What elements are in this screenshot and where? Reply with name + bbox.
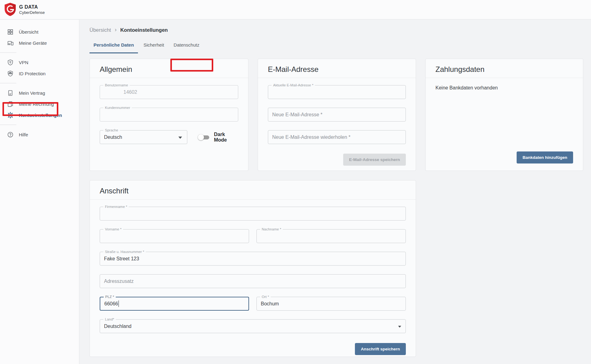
chevron-down-icon: [398, 326, 401, 328]
plz-field[interactable]: PLZ * 66066: [100, 297, 249, 311]
sidebar-item-label: Mein Vertrag: [19, 90, 45, 96]
sidebar-item-uebersicht[interactable]: Übersicht: [0, 26, 79, 37]
sidebar-item-label: VPN: [19, 60, 28, 65]
topbar: G DATA CyberDefense: [0, 0, 591, 19]
gdata-shield-icon: [4, 2, 16, 17]
sidebar-item-meine-rechnung[interactable]: Meine Rechnung: [0, 98, 79, 110]
kundennummer-value: [100, 108, 238, 121]
help-icon: [7, 131, 14, 138]
firmenname-value: [100, 207, 406, 220]
sidebar-item-label: Kontoeinstellungen: [19, 113, 62, 118]
bankdaten-hinzufuegen-button[interactable]: Bankdaten hinzufügen: [517, 151, 573, 163]
card-anschrift: Anschrift Firmenname * Vorname * Nachnam…: [89, 180, 416, 357]
nachname-value: [257, 230, 406, 243]
neue-email-input[interactable]: [268, 108, 406, 121]
keine-bankdaten-text: Keine Bankdaten vorhanden: [435, 85, 573, 91]
breadcrumb-separator-icon: ›: [115, 27, 117, 33]
toggle-knob: [198, 134, 204, 140]
card-title-allgemein: Allgemein: [90, 59, 248, 78]
nachname-field[interactable]: Nachname *: [256, 229, 406, 243]
card-zahlungsdaten: Zahlungsdaten Keine Bankdaten vorhanden …: [425, 59, 583, 171]
sidebar: Übersicht Meine Geräte VPN ID Protection: [0, 20, 79, 364]
sidebar-divider: [0, 83, 16, 83]
sidebar-divider: [0, 125, 16, 125]
benutzername-value: 14602: [100, 85, 238, 99]
sidebar-item-kontoeinstellungen[interactable]: Kontoeinstellungen: [0, 110, 79, 121]
sprache-value: Deutsch: [100, 130, 187, 144]
email-speichern-button[interactable]: E-Mail-Adresse speichern: [343, 154, 406, 166]
dark-mode-toggle[interactable]: [198, 134, 210, 141]
aktuelle-email-value: [268, 85, 406, 99]
neue-email-wiederholen-input[interactable]: [268, 130, 406, 144]
logo-brand: G DATA: [19, 4, 45, 10]
copy-icon: [7, 101, 14, 107]
logo-subtitle: CyberDefense: [19, 10, 45, 15]
card-title-email: E-Mail-Adresse: [258, 59, 416, 78]
strasse-value: Fake Street 123: [100, 252, 406, 265]
ort-value: Bochum: [257, 297, 406, 310]
sidebar-item-label: Meine Rechnung: [19, 101, 54, 107]
sprache-select[interactable]: Sprache Deutsch: [100, 130, 187, 144]
tab-persoenliche-daten[interactable]: Persönliche Daten: [89, 41, 138, 53]
firmenname-field[interactable]: Firmenname *: [100, 207, 406, 221]
plz-value: 66066: [100, 297, 248, 310]
vorname-field[interactable]: Vorname *: [100, 229, 249, 243]
dark-mode-label: Dark Mode: [214, 132, 238, 143]
benutzername-field: Benutzername 14602: [100, 85, 238, 99]
tab-datenschutz[interactable]: Datenschutz: [170, 41, 203, 53]
adresszusatz-input[interactable]: [100, 275, 406, 288]
sidebar-item-label: Meine Geräte: [19, 40, 47, 46]
main-content: Übersicht › Kontoeinstellungen Persönlic…: [80, 20, 591, 364]
neue-email-field-wrap: [268, 108, 406, 122]
sidebar-item-mein-vertrag[interactable]: Mein Vertrag: [0, 87, 79, 98]
card-email-adresse: E-Mail-Adresse Aktuelle E-Mail-Adresse *…: [258, 59, 416, 171]
vorname-value: [100, 230, 249, 243]
breadcrumb-current: Kontoeinstellungen: [120, 27, 168, 33]
sidebar-item-meine-geraete[interactable]: Meine Geräte: [0, 37, 79, 48]
text-cursor: [119, 300, 119, 307]
adresszusatz-field-wrap: [100, 274, 406, 288]
sidebar-item-id-protection[interactable]: ID Protection: [0, 68, 79, 79]
land-value: Deutschland: [100, 320, 406, 333]
gear-icon: [7, 112, 14, 118]
chevron-down-icon: [178, 136, 182, 139]
shield-fingerprint-icon: [7, 70, 14, 77]
sidebar-divider: [0, 52, 16, 53]
tab-sicherheit[interactable]: Sicherheit: [139, 41, 168, 53]
aktuelle-email-field[interactable]: Aktuelle E-Mail-Adresse *: [268, 85, 406, 99]
neue-email-wiederholen-field-wrap: [268, 130, 406, 144]
sidebar-item-label: Hilfe: [19, 132, 28, 137]
gdata-logo[interactable]: G DATA CyberDefense: [0, 0, 68, 17]
tab-bar: Persönliche Daten Sicherheit Datenschutz: [89, 41, 583, 53]
shield-wifi-icon: [7, 59, 14, 66]
card-title-anschrift: Anschrift: [90, 180, 416, 199]
card-allgemein: Allgemein Benutzername 14602 Kundennumme…: [89, 59, 248, 171]
sidebar-item-vpn[interactable]: VPN: [0, 57, 79, 68]
breadcrumb-uebersicht[interactable]: Übersicht: [89, 27, 111, 33]
breadcrumb: Übersicht › Kontoeinstellungen: [89, 27, 583, 33]
strasse-field[interactable]: Straße u. Hausnummer * Fake Street 123: [100, 252, 406, 266]
kundennummer-field: Kundennummer: [100, 108, 238, 122]
dashboard-icon: [7, 29, 14, 35]
ort-field[interactable]: Ort * Bochum: [256, 297, 406, 311]
devices-icon: [7, 40, 14, 46]
sidebar-item-label: ID Protection: [19, 71, 46, 76]
card-title-zahlungsdaten: Zahlungsdaten: [426, 59, 583, 78]
anschrift-speichern-button[interactable]: Anschrift speichern: [355, 343, 406, 355]
sidebar-item-label: Übersicht: [19, 29, 38, 35]
document-icon: [7, 90, 14, 96]
sidebar-item-hilfe[interactable]: Hilfe: [0, 129, 79, 140]
land-select[interactable]: Land* Deutschland: [100, 319, 406, 333]
